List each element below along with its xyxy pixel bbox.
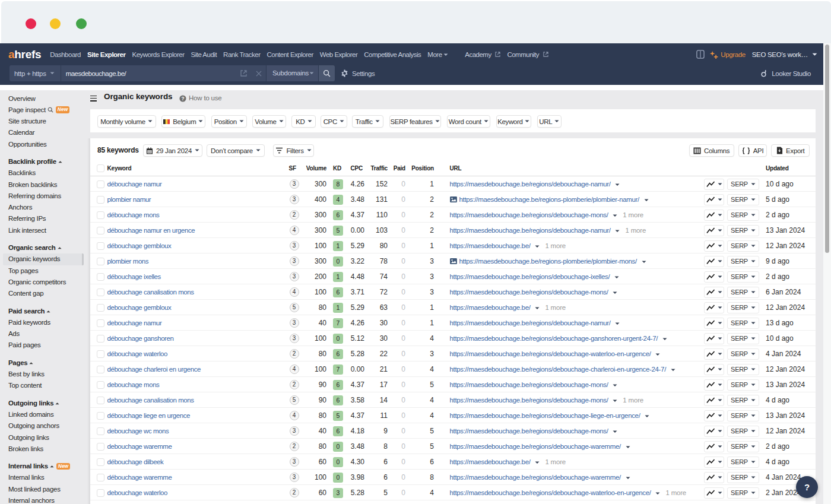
svg-text:?: ?	[181, 96, 184, 102]
